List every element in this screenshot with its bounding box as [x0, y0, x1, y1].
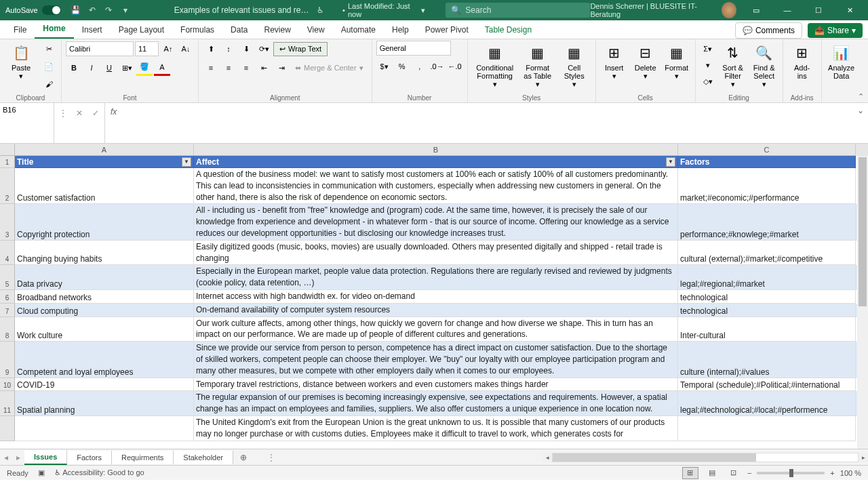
- cell-title[interactable]: Changing buying habits: [15, 241, 194, 266]
- qat-dropdown-icon[interactable]: ▾: [119, 3, 132, 18]
- share-button[interactable]: 📤 Share ▾: [808, 23, 863, 38]
- cell-affect[interactable]: A question of the business model: we wan…: [194, 168, 678, 204]
- cell-affect[interactable]: The regular expansion of our premises is…: [194, 391, 678, 416]
- cell-affect[interactable]: On-demand availability of computer syste…: [194, 304, 678, 317]
- tab-table-design[interactable]: Table Design: [477, 21, 540, 39]
- sheet-nav-prev-icon[interactable]: ◂: [0, 453, 12, 462]
- table-header-cell[interactable]: Factors: [678, 156, 856, 168]
- cell-affect[interactable]: Our work culture affects, among other th…: [194, 317, 678, 342]
- scrollbar-thumb[interactable]: [859, 157, 867, 306]
- add-sheet-icon[interactable]: ⊕: [233, 453, 254, 462]
- tab-insert[interactable]: Insert: [74, 21, 111, 39]
- bold-icon[interactable]: B: [66, 60, 82, 76]
- insert-cells-button[interactable]: ⊞Insert▾: [600, 41, 629, 82]
- cell-factors[interactable]: legal;#regional;#market: [678, 265, 856, 290]
- cell-affect[interactable]: Especially in the European market, peopl…: [194, 265, 678, 290]
- sheet-nav-next-icon[interactable]: ▸: [12, 453, 24, 462]
- row-header[interactable]: 3: [0, 204, 15, 240]
- tab-file[interactable]: File: [5, 21, 35, 39]
- search-box[interactable]: 🔍: [446, 3, 590, 18]
- fill-icon[interactable]: ▾: [700, 57, 716, 73]
- currency-icon[interactable]: $▾: [376, 58, 393, 75]
- select-all-corner[interactable]: [0, 144, 15, 156]
- table-header-cell[interactable]: Affect▼: [194, 156, 678, 168]
- row-header[interactable]: 11: [0, 391, 15, 416]
- copy-icon[interactable]: 📄: [41, 58, 57, 75]
- cell-factors[interactable]: culture (internal);#values: [678, 342, 856, 378]
- increase-font-icon[interactable]: A↑: [160, 41, 176, 57]
- conditional-formatting-button[interactable]: ▦Conditional Formatting▾: [472, 41, 518, 90]
- name-box-input[interactable]: [3, 106, 51, 114]
- delete-cells-button[interactable]: ⊟Delete▾: [631, 41, 660, 82]
- format-cells-button[interactable]: ▦Format▾: [663, 41, 691, 82]
- cell-styles-button[interactable]: ▦Cell Styles▾: [557, 41, 591, 90]
- row-header[interactable]: [0, 416, 15, 441]
- last-modified[interactable]: • Last Modified: Just now ▾: [342, 2, 425, 18]
- fx-icon[interactable]: fx: [111, 107, 117, 117]
- cell-title[interactable]: [15, 416, 194, 441]
- row-header[interactable]: 10: [0, 378, 15, 392]
- sheet-tab[interactable]: Stakeholder: [174, 451, 233, 464]
- border-icon[interactable]: ⊞▾: [119, 60, 135, 76]
- italic-icon[interactable]: I: [83, 60, 100, 76]
- decrease-indent-icon[interactable]: ⇤: [256, 60, 272, 76]
- macro-record-icon[interactable]: ▣: [38, 468, 45, 477]
- wrap-text-button[interactable]: ↩ Wrap Text: [273, 42, 328, 56]
- tab-data[interactable]: Data: [222, 21, 256, 39]
- number-format-select[interactable]: [376, 41, 451, 56]
- cell-title[interactable]: Competent and loyal employees: [15, 342, 194, 378]
- orientation-icon[interactable]: ⟳▾: [256, 41, 272, 57]
- font-name-input[interactable]: [66, 41, 134, 56]
- col-header[interactable]: B: [194, 144, 678, 156]
- undo-icon[interactable]: ↶: [85, 3, 99, 18]
- cell-affect[interactable]: The United Kingdom's exit from the Europ…: [194, 416, 678, 441]
- analyze-data-button[interactable]: 📊Analyze Data: [826, 41, 857, 81]
- row-header[interactable]: 9: [0, 342, 15, 378]
- sheet-tab[interactable]: Issues: [24, 450, 67, 465]
- scrollbar-thumb[interactable]: [553, 453, 756, 462]
- cell-factors[interactable]: [678, 416, 856, 441]
- tab-formulas[interactable]: Formulas: [172, 21, 222, 39]
- tab-automate[interactable]: Automate: [333, 21, 384, 39]
- table-header-cell[interactable]: Title▼: [15, 156, 194, 168]
- format-as-table-button[interactable]: ▦Format as Table▾: [521, 41, 555, 90]
- decrease-font-icon[interactable]: A↓: [178, 41, 194, 57]
- zoom-thumb[interactable]: [789, 469, 793, 477]
- cell-factors[interactable]: technological: [678, 304, 856, 317]
- row-header[interactable]: 2: [0, 168, 15, 204]
- cell-factors[interactable]: technological: [678, 290, 856, 304]
- row-header[interactable]: 5: [0, 265, 15, 290]
- sheet-tab[interactable]: Factors: [67, 451, 112, 464]
- zoom-out-icon[interactable]: −: [747, 469, 751, 477]
- enter-formula-icon[interactable]: ✓: [90, 107, 102, 119]
- zoom-in-icon[interactable]: +: [830, 469, 834, 477]
- cancel-formula-icon[interactable]: ✕: [73, 107, 85, 119]
- find-select-button[interactable]: 🔍Find & Select▾: [750, 41, 778, 90]
- comments-button[interactable]: 💬 Comments: [735, 22, 802, 39]
- cell-title[interactable]: Data privacy: [15, 265, 194, 290]
- formula-input[interactable]: fx⌄: [105, 103, 868, 143]
- fill-color-icon[interactable]: 🪣: [136, 60, 153, 76]
- tab-page-layout[interactable]: Page Layout: [111, 21, 172, 39]
- row-header[interactable]: 7: [0, 304, 15, 317]
- clear-icon[interactable]: ◇▾: [700, 73, 716, 89]
- cell-affect[interactable]: Internet access with high bandwidth ex. …: [194, 290, 678, 304]
- expand-formula-bar-icon[interactable]: ⌄: [857, 106, 864, 115]
- increase-decimal-icon[interactable]: .0→: [429, 58, 446, 75]
- cell-title[interactable]: Copyright protection: [15, 204, 194, 240]
- cell-affect[interactable]: Since we provide our service from person…: [194, 342, 678, 378]
- redo-icon[interactable]: ↷: [102, 3, 115, 18]
- page-layout-view-icon[interactable]: ▤: [704, 467, 720, 479]
- accessibility-icon[interactable]: ♿︎: [314, 3, 328, 18]
- cell-affect[interactable]: Temporary travel restrictions, distance …: [194, 378, 678, 392]
- addins-button[interactable]: ⊞Add-ins: [787, 41, 817, 81]
- cell-title[interactable]: Work culture: [15, 317, 194, 342]
- tab-power-pivot[interactable]: Power Pivot: [417, 21, 477, 39]
- tab-home[interactable]: Home: [35, 20, 73, 39]
- avatar[interactable]: [722, 2, 736, 18]
- normal-view-icon[interactable]: ⊞: [682, 467, 698, 479]
- underline-icon[interactable]: U: [101, 60, 117, 76]
- comma-icon[interactable]: ,: [412, 58, 428, 75]
- filter-dropdown-icon[interactable]: ▼: [666, 157, 675, 167]
- merge-center-button[interactable]: ⬌ Merge & Center ▾: [291, 62, 368, 75]
